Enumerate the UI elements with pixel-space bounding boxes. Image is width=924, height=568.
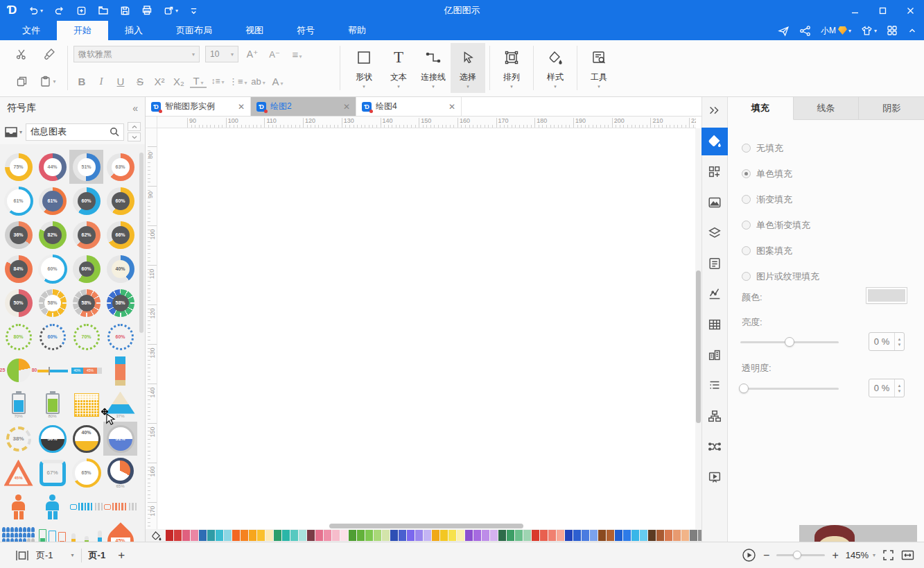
symbol-item-44%[interactable]: 44% (35, 150, 69, 184)
save-button[interactable] (116, 4, 134, 17)
insert-image-icon[interactable] (701, 189, 728, 216)
palette-color[interactable] (656, 530, 664, 541)
palette-color[interactable] (257, 530, 265, 541)
option-picture-texture-fill[interactable]: 图片或纹理填充 (742, 264, 924, 289)
fit-width-button[interactable] (901, 550, 914, 560)
increase-font-button[interactable]: A⁺ (244, 49, 261, 60)
symbol-item-60%[interactable]: 60% (103, 320, 137, 354)
option-pattern-fill[interactable]: 图案填充 (742, 238, 924, 264)
theme-shirt-icon[interactable]: ▾ (861, 25, 877, 37)
palette-color[interactable] (407, 530, 415, 541)
panel-tab-shadow[interactable]: 阴影 (859, 97, 924, 119)
paste-dropdown-caret[interactable]: ▾ (53, 78, 55, 85)
add-page-button[interactable]: + (118, 549, 125, 562)
page-properties-icon[interactable] (701, 250, 728, 277)
brightness-slider[interactable] (740, 341, 839, 343)
export-dropdown-caret[interactable]: ▾ (175, 8, 178, 14)
fill-style-icon[interactable] (701, 128, 728, 155)
symbol-item-36%[interactable]: 36% (1, 218, 35, 252)
palette-color[interactable] (224, 530, 232, 541)
sidebar-scrollbar[interactable] (139, 153, 143, 333)
symbol-search-box[interactable] (26, 123, 124, 141)
layers-icon[interactable] (701, 219, 728, 247)
page-selector[interactable]: 页-1 ▾ (36, 549, 74, 562)
palette-color[interactable] (399, 530, 406, 541)
palette-color[interactable] (681, 530, 689, 541)
strikethrough-button[interactable]: S (132, 76, 148, 87)
palette-color[interactable] (565, 530, 573, 541)
presentation-icon[interactable] (701, 463, 728, 491)
symbol-search-input[interactable] (30, 127, 107, 137)
palette-color[interactable] (182, 530, 190, 541)
palette-color[interactable] (673, 530, 681, 541)
symbol-item-38%[interactable]: 38% (1, 422, 35, 456)
symbol-item-82%[interactable]: 82% (35, 218, 69, 252)
symbol-item-25[interactable]: 2580 (1, 354, 35, 388)
symbol-item[interactable] (103, 354, 137, 388)
palette-color[interactable] (532, 530, 539, 541)
palette-color[interactable] (457, 530, 464, 541)
font-family-select[interactable]: 微软雅黑▾ (73, 46, 200, 62)
subscript-button[interactable]: X₂ (171, 76, 187, 87)
zoom-in-button[interactable]: + (832, 549, 838, 562)
palette-color[interactable] (640, 530, 647, 541)
symbol-item-84%[interactable]: 84% (1, 252, 35, 286)
page-panel-icon[interactable] (15, 550, 29, 561)
send-icon[interactable] (778, 25, 790, 37)
symbol-item[interactable] (35, 354, 69, 388)
option-single-gradient-fill[interactable]: 单色渐变填充 (742, 212, 924, 238)
palette-color[interactable] (307, 530, 315, 541)
menu-tab-symbols[interactable]: 符号 (280, 21, 331, 40)
outline-list-icon[interactable] (701, 372, 728, 399)
palette-color[interactable] (432, 530, 439, 541)
symbol-item-62%[interactable]: 62% (69, 218, 103, 252)
symbol-item-60%[interactable]: 60% (69, 252, 103, 286)
expand-panel-icon[interactable] (701, 97, 728, 125)
opacity-slider[interactable] (740, 388, 839, 390)
symbol-item-75%[interactable]: 75% (1, 150, 35, 184)
format-painter-button[interactable] (40, 45, 58, 63)
horizontal-scroll-thumb[interactable] (329, 524, 523, 528)
doc-tab-3[interactable]: Ɗ 绘图4✕ (356, 97, 462, 116)
palette-color[interactable] (315, 530, 323, 541)
palette-color[interactable] (390, 530, 398, 541)
customize-quickbar-button[interactable] (185, 5, 202, 17)
components-icon[interactable] (701, 158, 728, 186)
maximize-button[interactable] (869, 0, 896, 21)
undo-button[interactable]: ▾ (24, 3, 47, 17)
doc-tab-2[interactable]: Ɗ 绘图2✕ (251, 97, 356, 116)
connector-tool-button[interactable]: 连接线▾ (416, 43, 451, 93)
line-spacing-button[interactable]: ↕≡▾ (209, 76, 226, 86)
doc-tab-1[interactable]: Ɗ 智能图形实例✕ (146, 97, 251, 116)
symbol-item-61%[interactable]: 61% (1, 184, 35, 218)
drawing-page[interactable] (157, 128, 696, 568)
palette-color[interactable] (665, 530, 672, 541)
scroll-down-button[interactable] (128, 132, 141, 141)
fullscreen-button[interactable] (882, 549, 894, 561)
panel-tab-line[interactable]: 线条 (794, 97, 860, 119)
print-button[interactable] (137, 3, 157, 17)
palette-color[interactable] (615, 530, 622, 541)
symbol-item-40%[interactable]: 40% (103, 252, 137, 286)
bullet-list-button[interactable]: ⋮≡▾ (229, 76, 247, 87)
palette-color[interactable] (199, 530, 207, 541)
palette-color[interactable] (490, 530, 498, 541)
spinner-arrows[interactable]: ▲▼ (894, 379, 904, 397)
text-style-button[interactable]: T▾ (190, 75, 207, 88)
symbol-item-45%[interactable]: 45% (1, 456, 35, 490)
paste-button[interactable]: ▾ (39, 72, 57, 90)
symbol-item-40%[interactable]: 40% (69, 422, 103, 456)
share-nodes-icon[interactable] (799, 25, 811, 37)
arrange-button[interactable]: 排列▾ (494, 43, 529, 93)
symbol-item-63%[interactable]: 63% (103, 150, 137, 184)
palette-color[interactable] (648, 530, 656, 541)
new-document-button[interactable] (72, 4, 91, 17)
vertical-scroll-thumb[interactable] (696, 270, 701, 423)
presentation-play-button[interactable] (742, 548, 756, 562)
connector-swap-icon[interactable] (701, 433, 728, 461)
color-swatch-button[interactable] (866, 288, 907, 303)
brightness-spinner[interactable]: 0 %▲▼ (869, 332, 905, 351)
menu-tab-page-layout[interactable]: 页面布局 (159, 21, 229, 40)
close-tab-icon[interactable]: ✕ (238, 102, 245, 112)
palette-color[interactable] (573, 530, 581, 541)
